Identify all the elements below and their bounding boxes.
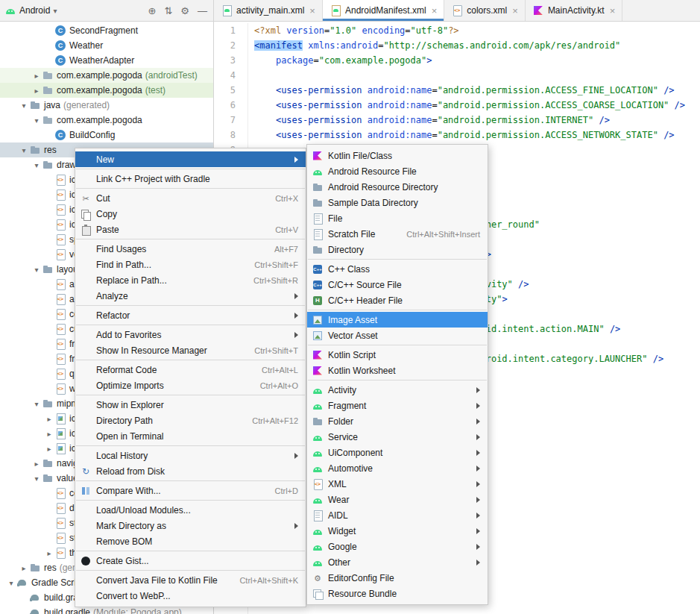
submenu-item-editorconfig-file[interactable]: EditorConfig File: [307, 570, 488, 586]
menu-item-show-in-resource-manager[interactable]: Show In Resource ManagerCtrl+Shift+T: [75, 342, 306, 358]
tab-colors-xml[interactable]: colors.xml×: [444, 0, 526, 21]
menu-item-find-usages[interactable]: Find UsagesAlt+F7: [75, 241, 306, 257]
expand-arrow-icon[interactable]: ▸: [44, 430, 54, 438]
settings-gear-icon[interactable]: ⚙: [180, 6, 189, 16]
submenu-item-automotive[interactable]: Automotive: [307, 460, 488, 476]
expand-arrow-icon[interactable]: ▸: [31, 460, 42, 468]
submenu-item-vector-asset[interactable]: Vector Asset: [307, 328, 488, 343]
tree-item-weather[interactable]: Weather: [0, 38, 213, 53]
menu-item-create-gist[interactable]: Create Gist...: [75, 553, 306, 568]
tab-androidmanifest-xml[interactable]: AndroidManifest.xml×: [323, 0, 444, 21]
submenu-item-file[interactable]: File: [307, 210, 488, 226]
no-icon: [80, 520, 92, 532]
tree-item-buildconfig[interactable]: BuildConfig: [0, 128, 213, 142]
menu-item-label: Find in Path...: [96, 260, 238, 270]
package-icon: [42, 84, 54, 96]
submenu-item-c-c-source-file[interactable]: C/C++ Source File: [307, 277, 488, 292]
no-icon: [80, 364, 92, 376]
collapse-arrow-icon[interactable]: ▾: [31, 116, 42, 125]
tree-item-java-generated[interactable]: ▾java (generated): [0, 98, 213, 113]
menu-item-open-in-terminal[interactable]: Open in Terminal: [75, 428, 306, 444]
submenu-item-directory[interactable]: Directory: [307, 242, 488, 257]
expand-arrow-icon[interactable]: ▸: [44, 549, 54, 557]
tab-activity-main-xml[interactable]: activity_main.xml×: [214, 0, 323, 21]
submenu-item-widget[interactable]: Widget: [307, 523, 488, 539]
collapse-arrow-icon[interactable]: ▾: [31, 474, 42, 483]
collapse-arrow-icon[interactable]: ▾: [31, 161, 42, 169]
menu-item-copy[interactable]: Copy: [75, 206, 306, 222]
expand-arrow-icon[interactable]: ▸: [31, 72, 42, 80]
menu-item-convert-java-file-to-kotlin-file[interactable]: Convert Java File to Kotlin FileCtrl+Alt…: [75, 572, 306, 588]
menu-item-show-in-explorer[interactable]: Show in Explorer: [75, 397, 306, 413]
close-tab-icon[interactable]: ×: [309, 5, 315, 16]
close-tab-icon[interactable]: ×: [610, 5, 616, 16]
submenu-item-c-class[interactable]: C++ Class: [307, 261, 488, 277]
menu-item-mark-directory-as[interactable]: Mark Directory as: [75, 518, 306, 533]
close-tab-icon[interactable]: ×: [512, 5, 518, 16]
submenu-item-c-c-header-file[interactable]: C/C++ Header File: [307, 292, 488, 308]
menu-item-convert-to-webp[interactable]: Convert to WebP...: [75, 588, 306, 604]
menu-item-cut[interactable]: CutCtrl+X: [75, 190, 306, 206]
menu-item-compare-with[interactable]: Compare With...Ctrl+D: [75, 483, 306, 498]
hide-panel-icon[interactable]: ―: [198, 6, 207, 16]
menu-item-load-unload-modules[interactable]: Load/Unload Modules...: [75, 502, 306, 518]
menu-item-reformat-code[interactable]: Reformat CodeCtrl+Alt+L: [75, 362, 306, 378]
menu-item-find-in-path[interactable]: Find in Path...Ctrl+Shift+F: [75, 257, 306, 272]
submenu-item-wear[interactable]: Wear: [307, 492, 488, 507]
collapse-arrow-icon[interactable]: ▾: [19, 146, 29, 154]
submenu-item-scratch-file[interactable]: Scratch FileCtrl+Alt+Shift+Insert: [307, 226, 488, 242]
menu-item-link-c-project-with-gradle[interactable]: Link C++ Project with Gradle: [75, 171, 306, 187]
collapse-arrow-icon[interactable]: ▾: [19, 101, 29, 110]
expand-arrow-icon[interactable]: ▸: [19, 564, 29, 572]
expand-arrow-icon[interactable]: ▸: [31, 87, 42, 95]
submenu-item-resource-bundle[interactable]: Resource Bundle: [307, 586, 488, 601]
submenu-item-kotlin-worksheet[interactable]: Kotlin Worksheet: [307, 363, 488, 378]
menu-item-local-history[interactable]: Local History: [75, 448, 306, 463]
submenu-item-fragment[interactable]: Fragment: [307, 398, 488, 413]
menu-item-directory-path[interactable]: Directory PathCtrl+Alt+F12: [75, 413, 306, 428]
no-icon: [80, 290, 92, 302]
collapse-arrow-icon[interactable]: ▾: [6, 579, 16, 587]
tree-item-com-example-pogoda[interactable]: ▾com.example.pogoda: [0, 113, 213, 128]
submenu-item-xml[interactable]: XML: [307, 476, 488, 492]
submenu-item-sample-data-directory[interactable]: Sample Data Directory: [307, 195, 488, 210]
menu-item-add-to-favorites[interactable]: Add to Favorites: [75, 327, 306, 342]
project-view-selector[interactable]: Android ▾: [4, 4, 57, 16]
submenu-item-android-resource-file[interactable]: Android Resource File: [307, 163, 488, 179]
collapse-arrow-icon[interactable]: ▾: [31, 400, 42, 408]
submenu-item-google[interactable]: Google: [307, 539, 488, 554]
locate-file-icon[interactable]: ⊕: [148, 6, 157, 16]
submenu-item-other[interactable]: Other: [307, 554, 488, 570]
menu-item-label: Sample Data Directory: [328, 198, 464, 208]
expand-collapse-icon[interactable]: ⇅: [164, 6, 172, 16]
submenu-item-folder[interactable]: Folder: [307, 413, 488, 429]
submenu-item-image-asset[interactable]: Image Asset: [307, 312, 488, 328]
submenu-item-activity[interactable]: Activity: [307, 382, 488, 398]
submenu-item-aidl[interactable]: AIDL: [307, 507, 488, 523]
close-tab-icon[interactable]: ×: [432, 5, 438, 16]
xml-file-icon: [54, 278, 66, 290]
menu-item-remove-bom[interactable]: Remove BOM: [75, 533, 306, 549]
menu-separator: [76, 570, 305, 571]
collapse-arrow-icon[interactable]: ▾: [31, 266, 42, 274]
menu-item-reload-from-disk[interactable]: Reload from Disk: [75, 463, 306, 479]
expand-arrow-icon[interactable]: ▸: [44, 445, 54, 453]
submenu-item-uicomponent[interactable]: UiComponent: [307, 445, 488, 460]
submenu-item-service[interactable]: Service: [307, 429, 488, 445]
tree-item-com-example-pogoda-androidtest[interactable]: ▸com.example.pogoda (androidTest): [0, 68, 213, 83]
menu-item-analyze[interactable]: Analyze: [75, 288, 306, 304]
menu-item-paste[interactable]: PasteCtrl+V: [75, 222, 306, 237]
expand-arrow-icon[interactable]: ▸: [44, 415, 54, 423]
folder-icon: [29, 99, 41, 111]
menu-item-replace-in-path[interactable]: Replace in Path...Ctrl+Shift+R: [75, 272, 306, 288]
menu-item-refactor[interactable]: Refactor: [75, 307, 306, 323]
submenu-item-android-resource-directory[interactable]: Android Resource Directory: [307, 179, 488, 195]
tree-item-weatheradapter[interactable]: WeatherAdapter: [0, 53, 213, 68]
tab-mainactivity-kt[interactable]: MainActivity.kt×: [526, 0, 622, 21]
menu-item-new[interactable]: New: [75, 151, 306, 167]
submenu-item-kotlin-file-class[interactable]: Kotlin File/Class: [307, 148, 488, 163]
submenu-item-kotlin-script[interactable]: Kotlin Script: [307, 347, 488, 363]
tree-item-secondfragment[interactable]: SecondFragment: [0, 23, 213, 38]
menu-item-optimize-imports[interactable]: Optimize ImportsCtrl+Alt+O: [75, 378, 306, 393]
tree-item-com-example-pogoda-test[interactable]: ▸com.example.pogoda (test): [0, 83, 213, 98]
